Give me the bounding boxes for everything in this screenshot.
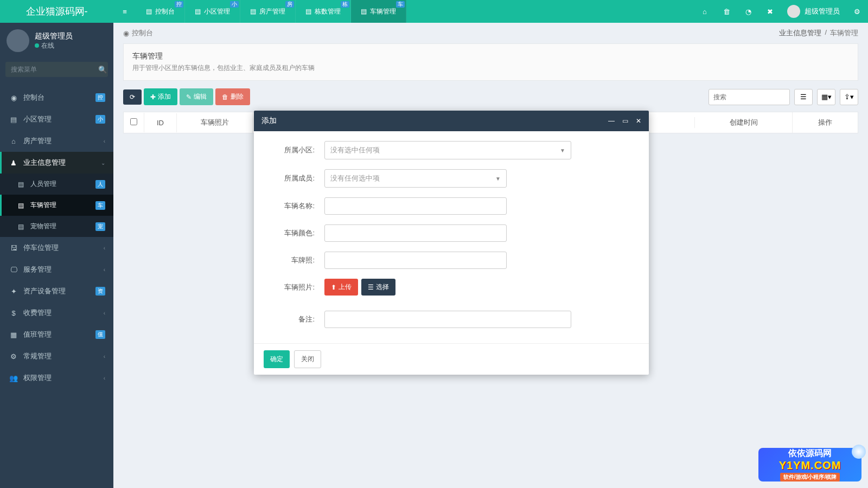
label-remark: 备注: bbox=[270, 314, 324, 324]
label-member: 所属成员: bbox=[270, 174, 324, 183]
label-vehicle-color: 车辆颜色: bbox=[270, 228, 324, 238]
select-member[interactable]: 没有任何选中项▼ bbox=[324, 169, 507, 188]
info-panel: 车辆管理 用于管理小区里的车辆信息，包括业主、家庭成员及租户的车辆 bbox=[123, 43, 858, 81]
toolbar: ⟳ ✚ 添加 ✎ 编辑 🗑 删除 ☰ ▦▾ ⇪▾ bbox=[123, 88, 858, 105]
input-remark[interactable] bbox=[324, 311, 571, 328]
tools-icon[interactable]: ✖ bbox=[759, 0, 781, 23]
refresh-button[interactable]: ⟳ bbox=[123, 89, 142, 105]
header-right: ⌂ 🗑 ◔ ✖ 超级管理员 ⚙ bbox=[694, 0, 868, 23]
th-created[interactable]: 创建时间 bbox=[695, 112, 793, 133]
sidebar-item-服务管理[interactable]: 🖵服务管理‹ bbox=[0, 259, 113, 280]
minimize-icon[interactable]: — bbox=[608, 117, 615, 125]
sidebar-search-button[interactable]: 🔍 bbox=[98, 62, 108, 77]
tab-栋数管理[interactable]: ▤栋数管理栋 bbox=[296, 0, 351, 23]
menu-icon: ▤ bbox=[15, 202, 26, 209]
sidebar-item-常规管理[interactable]: ⚙常规管理‹ bbox=[0, 345, 113, 367]
user-name-top: 超级管理员 bbox=[805, 7, 840, 16]
user-menu[interactable]: 超级管理员 bbox=[781, 5, 846, 18]
add-modal: 添加 — ▭ ✕ 所属小区: 没有选中任何项▼ 所属成员: 没有任何选中项▼ 车… bbox=[254, 111, 649, 375]
sidebar-item-停车位管理[interactable]: 🖫停车位管理‹ bbox=[0, 237, 113, 259]
sidebar-item-业主信息管理[interactable]: ♟业主信息管理⌄ bbox=[0, 152, 113, 174]
watermark-circle-icon bbox=[852, 445, 866, 459]
close-button[interactable]: 关闭 bbox=[294, 350, 321, 368]
tab-小区管理[interactable]: ▤小区管理小 bbox=[185, 0, 240, 23]
chevron-left-icon: ‹ bbox=[104, 245, 105, 251]
sidebar-user-status: 在线 bbox=[35, 41, 73, 50]
sidebar: 超级管理员 在线 🔍 ◉控制台控▤小区管理小⌂房产管理‹♟业主信息管理⌄▤人员管… bbox=[0, 23, 113, 488]
input-vehicle-color[interactable] bbox=[324, 224, 507, 242]
select-community[interactable]: 没有选中任何项▼ bbox=[324, 141, 571, 159]
clock-icon[interactable]: ◔ bbox=[737, 0, 759, 23]
maximize-icon[interactable]: ▭ bbox=[622, 117, 628, 125]
gears-icon[interactable]: ⚙ bbox=[846, 0, 868, 23]
top-header: 企业猫源码网- ≡ ▤控制台控▤小区管理小▤房产管理房▤栋数管理栋▤车辆管理车 … bbox=[0, 0, 868, 23]
hamburger-icon[interactable]: ≡ bbox=[113, 8, 136, 16]
confirm-button[interactable]: 确定 bbox=[264, 350, 290, 368]
chevron-down-icon: ▼ bbox=[560, 147, 565, 153]
menu-icon: ⌂ bbox=[8, 137, 19, 145]
chevron-down-icon: ▼ bbox=[495, 176, 501, 182]
sidebar-item-资产设备管理[interactable]: ✦资产设备管理资 bbox=[0, 280, 113, 302]
sidebar-search: 🔍 bbox=[0, 59, 113, 80]
tab-icon: ▤ bbox=[146, 8, 152, 15]
avatar-large bbox=[7, 29, 29, 52]
menu-icon: ✦ bbox=[8, 287, 19, 296]
sidebar-item-小区管理[interactable]: ▤小区管理小 bbox=[0, 108, 113, 130]
delete-button[interactable]: 🗑 删除 bbox=[215, 88, 250, 105]
tab-icon: ▤ bbox=[361, 8, 367, 15]
panel-title: 车辆管理 bbox=[132, 52, 849, 61]
upload-button[interactable]: ⬆ 上传 bbox=[324, 279, 358, 296]
label-plate: 车牌照: bbox=[270, 255, 324, 265]
menu-icon: ◉ bbox=[8, 94, 19, 102]
header-left: ≡ ▤控制台控▤小区管理小▤房产管理房▤栋数管理栋▤车辆管理车 bbox=[113, 0, 406, 23]
sidebar-item-收费管理[interactable]: $收费管理‹ bbox=[0, 302, 113, 324]
tab-房产管理[interactable]: ▤房产管理房 bbox=[240, 0, 296, 23]
modal-title: 添加 bbox=[261, 116, 277, 126]
chevron-down-icon: ⌄ bbox=[101, 160, 105, 166]
input-plate[interactable] bbox=[324, 252, 507, 269]
breadcrumb-home[interactable]: 控制台 bbox=[132, 28, 153, 38]
menu-icon: ▦ bbox=[8, 331, 19, 339]
menu-icon: ▤ bbox=[15, 223, 26, 230]
th-operate: 操作 bbox=[793, 112, 858, 133]
home-icon[interactable]: ⌂ bbox=[694, 0, 716, 23]
edit-button[interactable]: ✎ 编辑 bbox=[180, 88, 213, 105]
sidebar-item-房产管理[interactable]: ⌂房产管理‹ bbox=[0, 130, 113, 152]
th-photo[interactable]: 车辆照片 bbox=[177, 112, 253, 133]
export-button[interactable]: ⇪▾ bbox=[840, 89, 858, 105]
breadcrumb-path1[interactable]: 业主信息管理 bbox=[779, 28, 821, 38]
th-id[interactable]: ID bbox=[144, 113, 177, 132]
menu-icon: ♟ bbox=[8, 159, 19, 167]
avatar bbox=[787, 5, 800, 18]
search-input[interactable] bbox=[709, 89, 790, 105]
menu-icon: 👥 bbox=[8, 374, 19, 382]
label-vehicle-photo: 车辆照片: bbox=[270, 282, 324, 292]
grid-view-button[interactable]: ▦▾ bbox=[817, 89, 835, 105]
tab-车辆管理[interactable]: ▤车辆管理车 bbox=[351, 0, 406, 23]
select-all-checkbox[interactable] bbox=[124, 113, 144, 132]
list-view-button[interactable]: ☰ bbox=[794, 89, 813, 105]
menu-icon: ⚙ bbox=[8, 352, 19, 361]
chevron-left-icon: ‹ bbox=[104, 354, 105, 359]
tab-控制台[interactable]: ▤控制台控 bbox=[136, 0, 185, 23]
label-vehicle-name: 车辆名称: bbox=[270, 201, 324, 211]
breadcrumb-path2: 车辆管理 bbox=[830, 28, 858, 38]
sidebar-item-控制台[interactable]: ◉控制台控 bbox=[0, 87, 113, 108]
add-button[interactable]: ✚ 添加 bbox=[144, 88, 177, 105]
sidebar-item-宠物管理[interactable]: ▤宠物管理宠 bbox=[0, 216, 113, 237]
watermark: 依依源码网 Y1YM.COM 软件/游戏/小程序/棋牌 bbox=[758, 448, 861, 481]
input-vehicle-name[interactable] bbox=[324, 197, 507, 215]
close-icon[interactable]: ✕ bbox=[636, 117, 641, 125]
sidebar-item-权限管理[interactable]: 👥权限管理‹ bbox=[0, 367, 113, 389]
breadcrumb: ◉ 控制台 业主信息管理 / 车辆管理 bbox=[113, 23, 868, 43]
tab-icon: ▤ bbox=[250, 8, 256, 15]
modal-footer: 确定 关闭 bbox=[254, 343, 649, 375]
choose-button[interactable]: ☰ 选择 bbox=[361, 279, 395, 296]
sidebar-item-车辆管理[interactable]: ▤车辆管理车 bbox=[0, 195, 113, 216]
sidebar-item-值班管理[interactable]: ▦值班管理值 bbox=[0, 324, 113, 345]
menu-icon: 🖵 bbox=[8, 266, 19, 274]
sidebar-search-input[interactable] bbox=[5, 62, 98, 77]
modal-header[interactable]: 添加 — ▭ ✕ bbox=[254, 111, 649, 131]
sidebar-item-人员管理[interactable]: ▤人员管理人 bbox=[0, 174, 113, 195]
trash-icon[interactable]: 🗑 bbox=[716, 0, 737, 23]
